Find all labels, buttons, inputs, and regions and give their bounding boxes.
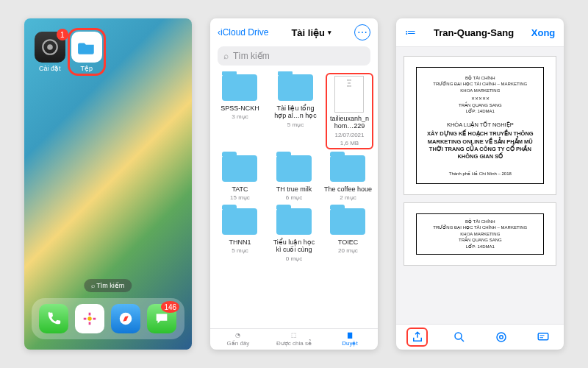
viewer-toolbar [396, 324, 564, 350]
folder-icon [276, 155, 312, 182]
item-meta: 15 mục [230, 194, 250, 201]
item-name: The coffee houe [324, 185, 372, 193]
viewer-header: ≔ Tran-Quang-Sang Xong [396, 18, 564, 47]
folder-icon [222, 208, 257, 235]
folder-icon [222, 74, 257, 101]
item-name: SPSS-NCKH [220, 105, 259, 112]
clock-icon: ◔ [235, 332, 240, 339]
folder-item[interactable]: SPSS-NCKH3 mục [216, 74, 264, 148]
app-phone[interactable] [39, 304, 68, 333]
folder-title[interactable]: Tài liệu▾ [273, 27, 350, 38]
page-2: BỘ TÀI CHÍNH TRƯỜNG ĐẠI HỌC TÀI CHÍNH – … [404, 202, 556, 266]
tab-label: Duyệt [342, 340, 357, 347]
item-date: 12/07/2021 [334, 132, 364, 138]
compass-icon [111, 304, 140, 333]
app-messages[interactable]: 146 [147, 304, 176, 333]
markup-button[interactable] [522, 330, 564, 344]
back-button[interactable]: ‹ iCloud Drive [218, 27, 268, 38]
search-button[interactable] [438, 330, 480, 344]
spotlight-search[interactable]: ⌕ Tìm kiếm [84, 279, 132, 292]
search-label: Tìm kiếm [96, 282, 124, 289]
page-1: BỘ TÀI CHÍNH TRƯỜNG ĐẠI HỌC TÀI CHÍNH – … [404, 56, 556, 195]
share-button[interactable] [396, 330, 438, 344]
photos-icon [75, 304, 104, 333]
item-name: tailieuxanh_nhom…229 [329, 115, 370, 130]
tab-shared[interactable]: ⬚Được chia sẻ [266, 332, 322, 347]
folder-item[interactable]: THNN15 mục [216, 208, 264, 262]
back-label: iCloud Drive [220, 27, 268, 38]
list-icon[interactable]: ≔ [405, 26, 416, 39]
folder-item[interactable]: The coffee houe2 mục [324, 155, 372, 201]
folder-icon [71, 32, 102, 63]
document-icon: ━━━━━━━━ [334, 76, 364, 113]
page-header: BỘ TÀI CHÍNH TRƯỜNG ĐẠI HỌC TÀI CHÍNH – … [421, 219, 539, 250]
item-meta: 6 mục [286, 194, 302, 201]
svg-point-1 [47, 44, 53, 50]
notification-badge: 1 [57, 29, 68, 40]
app-label: Tệp [80, 65, 93, 72]
tab-browse[interactable]: ▇Duyệt [322, 332, 378, 347]
document-item[interactable]: ━━━━━━━━tailieuxanh_nhom…22912/07/20211,… [326, 73, 373, 149]
home-icon-row: 1 Cài đặt Tệp [24, 18, 192, 85]
folder-icon: ▇ [348, 332, 352, 339]
item-meta: 5 mục [232, 247, 248, 254]
app-photos[interactable] [75, 304, 104, 333]
svg-point-4 [455, 333, 462, 339]
search-placeholder: Tìm kiếm [233, 51, 270, 61]
files-header: ‹ iCloud Drive Tài liệu▾ ⋯ [210, 18, 378, 46]
bookmark-icon [495, 330, 508, 344]
done-button[interactable]: Xong [531, 27, 556, 38]
item-name: TH true milk [276, 185, 312, 193]
svg-rect-7 [538, 333, 548, 340]
notification-badge: 146 [161, 301, 179, 313]
item-name: TOIEC [338, 238, 358, 246]
title-text: Tài liệu [291, 27, 325, 38]
page-footer: Thành phố Hồ Chí Minh – 2018 [423, 171, 537, 176]
item-meta: 0 mục [286, 255, 302, 262]
dock: 146 [32, 298, 184, 339]
share-icon [411, 330, 424, 344]
page-title-block: KHÓA LUẬN TỐT NGHIỆP XÂY DỰNG KẾ HOẠCH T… [423, 121, 537, 160]
search-icon: ⌕ [223, 51, 229, 61]
search-icon [453, 330, 466, 344]
folder-icon [330, 155, 365, 182]
svg-point-5 [497, 333, 506, 342]
file-grid: SPSS-NCKH3 mục Tài liệu tổng hợp al…n họ… [210, 71, 378, 328]
folder-item[interactable]: TOIEC20 mục [324, 208, 372, 262]
tab-bar: ◔Gần đây ⬚Được chia sẻ ▇Duyệt [210, 328, 378, 350]
folder-item[interactable]: TH true milk6 mục [270, 155, 318, 201]
item-size: 1,6 MB [340, 140, 359, 146]
chevron-down-icon: ▾ [328, 29, 331, 36]
folder-item[interactable]: Tài liệu tổng hợp al…n học5 mục [271, 74, 319, 148]
item-name: THNN1 [229, 238, 251, 246]
document-viewer: ≔ Tran-Quang-Sang Xong BỘ TÀI CHÍNH TRƯỜ… [396, 18, 564, 350]
search-input[interactable]: ⌕ Tìm kiếm [218, 46, 370, 66]
document-title: Tran-Quang-Sang [434, 27, 514, 38]
home-screen: 1 Cài đặt Tệp ⌕ Tìm kiếm 146 [24, 18, 192, 350]
more-button[interactable]: ⋯ [354, 24, 370, 40]
tab-label: Được chia sẻ [276, 340, 312, 347]
pencil-icon [537, 330, 550, 344]
item-meta: 20 mục [338, 247, 358, 254]
document-pages[interactable]: BỘ TÀI CHÍNH TRƯỜNG ĐẠI HỌC TÀI CHÍNH – … [396, 47, 564, 324]
app-settings[interactable]: 1 Cài đặt [35, 32, 65, 72]
item-meta: 2 mục [340, 194, 356, 201]
app-files[interactable]: Tệp [68, 28, 106, 76]
ellipsis-icon: ⋯ [357, 26, 368, 38]
item-meta: 5 mục [287, 121, 304, 128]
folder-icon [222, 155, 257, 182]
shared-folder-icon: ⬚ [291, 332, 297, 339]
item-name: Tiểu luận học kì cuối cùng [270, 238, 318, 254]
tab-recent[interactable]: ◔Gần đây [210, 332, 266, 347]
phone-icon [39, 304, 68, 333]
folder-item[interactable]: TATC15 mục [216, 155, 264, 201]
folder-icon [276, 208, 312, 235]
files-browser: ‹ iCloud Drive Tài liệu▾ ⋯ ⌕ Tìm kiếm SP… [210, 18, 378, 350]
bookmark-button[interactable] [480, 330, 522, 344]
tab-label: Gần đây [227, 340, 250, 347]
item-name: Tài liệu tổng hợp al…n học [271, 105, 319, 120]
folder-item[interactable]: Tiểu luận học kì cuối cùng0 mục [270, 208, 318, 262]
svg-point-2 [87, 316, 92, 321]
app-safari[interactable] [111, 304, 140, 333]
page-header: BỘ TÀI CHÍNH TRƯỜNG ĐẠI HỌC TÀI CHÍNH – … [423, 75, 537, 114]
